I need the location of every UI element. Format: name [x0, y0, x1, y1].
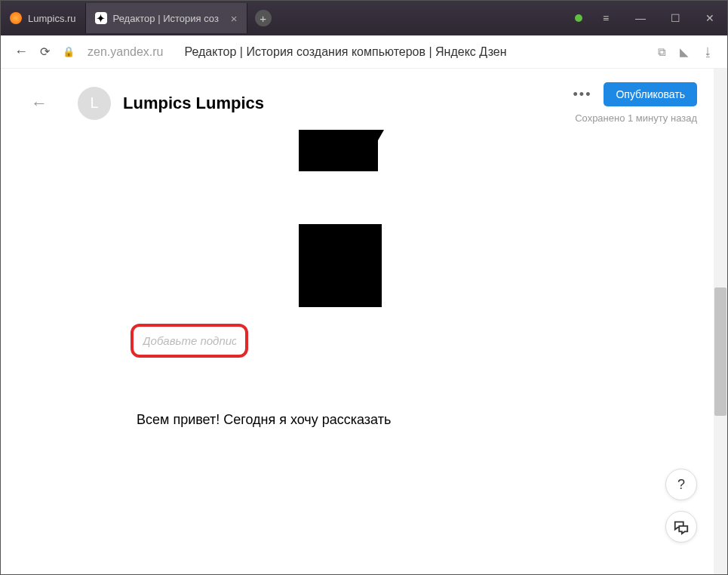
tab-zen-editor[interactable]: ✦ Редактор | История соз ×	[86, 3, 247, 33]
caption-field-wrap	[137, 330, 242, 352]
maximize-button[interactable]: ☐	[658, 1, 693, 35]
window-menu-button[interactable]: ≡	[588, 1, 623, 35]
download-icon[interactable]: ⭳	[702, 45, 714, 59]
page-title: Редактор | История создания компьютеров …	[185, 45, 646, 59]
tab-title: Lumpics.ru	[28, 13, 76, 24]
editor-back-button[interactable]: ←	[31, 94, 48, 113]
browser-titlebar: Lumpics.ru ✦ Редактор | История соз × + …	[1, 1, 727, 35]
feedback-button[interactable]	[665, 511, 697, 543]
new-tab-button[interactable]: +	[255, 10, 272, 26]
lock-icon: 🔒	[62, 45, 75, 59]
save-status: Сохранено 1 минуту назад	[575, 112, 697, 124]
status-indicator-icon	[575, 14, 582, 22]
tab-title: Редактор | История соз	[113, 13, 219, 24]
address-bar: ← ⟳ 🔒 zen.yandex.ru Редактор | История с…	[1, 35, 727, 69]
image-shape	[299, 130, 378, 171]
close-window-button[interactable]: ✕	[693, 1, 727, 35]
window-controls: ≡ — ☐ ✕	[575, 1, 727, 35]
editor-header: ← L Lumpics Lumpics ••• Опубликовать Сох…	[1, 69, 727, 130]
image-caption-input[interactable]	[137, 330, 242, 352]
channel-name: Lumpics Lumpics	[123, 94, 264, 113]
minimize-button[interactable]: —	[623, 1, 658, 35]
back-button[interactable]: ←	[14, 44, 28, 60]
chat-icon	[673, 518, 690, 535]
page-content: ← L Lumpics Lumpics ••• Опубликовать Сох…	[1, 69, 727, 575]
article-paragraph[interactable]: Всем привет! Сегодня я хочу рассказать	[137, 412, 591, 428]
more-options-button[interactable]: •••	[573, 87, 592, 103]
vertical-scrollbar[interactable]	[714, 69, 727, 575]
help-button[interactable]: ?	[665, 469, 697, 500]
reload-button[interactable]: ⟳	[40, 45, 50, 59]
image-shape	[378, 130, 384, 140]
favicon-lumpics	[10, 12, 22, 24]
scrollbar-thumb[interactable]	[714, 288, 726, 416]
channel-avatar[interactable]: L	[78, 87, 111, 120]
publish-button[interactable]: Опубликовать	[604, 82, 697, 106]
article-body: Всем привет! Сегодня я хочу рассказать	[1, 130, 727, 428]
favicon-zen: ✦	[95, 12, 107, 24]
close-tab-icon[interactable]: ×	[231, 12, 238, 25]
article-image[interactable]	[137, 130, 559, 315]
image-shape	[299, 224, 382, 307]
copy-icon[interactable]: ⧉	[658, 45, 666, 59]
url-domain[interactable]: zen.yandex.ru	[88, 45, 164, 59]
tab-lumpics[interactable]: Lumpics.ru	[1, 3, 86, 33]
bookmark-icon[interactable]: ◣	[680, 45, 689, 59]
